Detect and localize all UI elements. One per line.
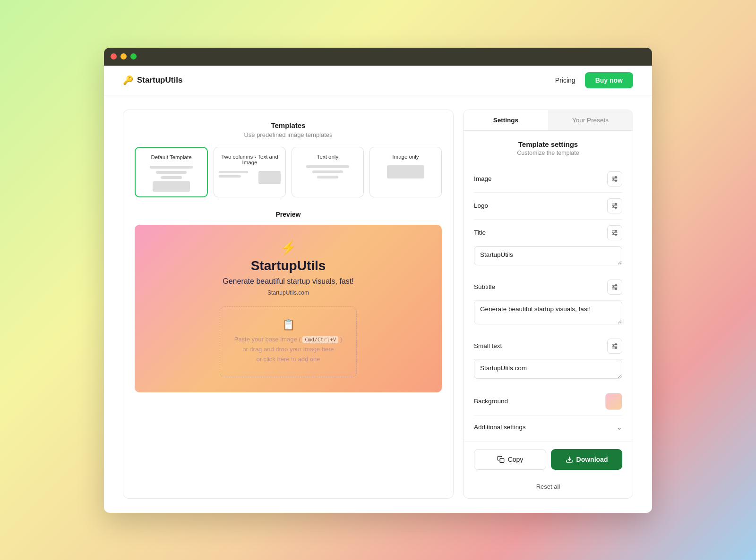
- image-settings-button[interactable]: [607, 171, 622, 187]
- download-label: Download: [576, 456, 608, 463]
- svg-point-5: [615, 180, 617, 181]
- settings-header: Template settings Customize the template: [474, 140, 622, 156]
- thumb-line: [219, 175, 241, 178]
- preview-subtitle-text: Generate beautiful startup visuals, fast…: [223, 277, 353, 286]
- right-panel: Settings Your Presets Template settings …: [463, 110, 633, 499]
- svg-point-3: [615, 176, 617, 178]
- preview-section: Preview ⚡ StartupUtils Generate beautifu…: [135, 211, 442, 392]
- svg-point-15: [615, 230, 617, 231]
- tab-settings[interactable]: Settings: [464, 110, 548, 130]
- action-row: Copy Download: [464, 441, 633, 477]
- svg-point-29: [615, 347, 617, 348]
- preview-app-title: StartupUtils: [251, 258, 326, 273]
- subtitle-settings-button[interactable]: [607, 280, 622, 295]
- subtitle-input-wrap: [474, 301, 622, 326]
- download-button[interactable]: Download: [551, 449, 622, 470]
- buy-now-button[interactable]: Buy now: [585, 72, 633, 88]
- preview-drop-zone[interactable]: 📋 Paste your base image ( Cmd/Ctrl+V ) o…: [220, 306, 357, 377]
- svg-rect-30: [500, 458, 504, 463]
- app-window: 🔑 StartupUtils Pricing Buy now Templates…: [104, 48, 652, 513]
- settings-header-sub: Customize the template: [474, 150, 622, 156]
- small-text-settings-button[interactable]: [607, 339, 622, 354]
- thumb-img-block: [258, 171, 281, 184]
- thumb-line: [306, 165, 350, 168]
- preview-lightning-icon: ⚡: [280, 240, 297, 255]
- svg-point-17: [615, 234, 617, 235]
- app-header: 🔑 StartupUtils Pricing Buy now: [104, 66, 652, 95]
- small-text-setting-row: Small text: [474, 333, 622, 360]
- image-label: Image: [474, 175, 492, 182]
- small-text-input-wrap: [474, 360, 622, 381]
- template-card-default[interactable]: Default Template: [135, 147, 208, 197]
- additional-settings-label: Additional settings: [474, 424, 526, 431]
- thumb-line: [156, 171, 187, 174]
- thumb-two-col: [219, 171, 281, 184]
- settings-header-title: Template settings: [474, 140, 622, 148]
- small-text-input[interactable]: [474, 360, 622, 379]
- svg-point-9: [615, 203, 617, 204]
- template-card-text-only[interactable]: Text only: [292, 147, 364, 197]
- minimize-button[interactable]: [120, 53, 127, 59]
- template-card-label-two-col: Two columns - Text and Image: [219, 154, 281, 165]
- left-panel: Templates Use predefined image templates…: [123, 110, 454, 499]
- copy-icon: [497, 456, 505, 463]
- subtitle-setting-row: Subtitle: [474, 274, 622, 301]
- template-card-label-image-only: Image only: [375, 154, 437, 160]
- logo-icon: 🔑: [123, 75, 133, 85]
- copy-label: Copy: [508, 456, 524, 463]
- template-thumb-default: [140, 166, 202, 192]
- drop-hint: Paste your base image ( Cmd/Ctrl+V ) or …: [234, 335, 343, 364]
- template-thumb-image-only: [375, 165, 437, 178]
- template-card-image-only[interactable]: Image only: [369, 147, 442, 197]
- download-icon: [566, 456, 573, 463]
- preview-title: Preview: [135, 211, 442, 218]
- chevron-down-icon: ⌄: [616, 423, 622, 432]
- background-setting-row: Background: [474, 387, 622, 416]
- title-label: Title: [474, 229, 486, 236]
- svg-point-16: [613, 232, 614, 233]
- pricing-link[interactable]: Pricing: [555, 76, 576, 84]
- close-button[interactable]: [111, 53, 117, 59]
- subtitle-input[interactable]: [474, 301, 622, 324]
- template-card-label-text-only: Text only: [297, 154, 359, 160]
- title-setting-row: Title: [474, 220, 622, 246]
- templates-section: Templates Use predefined image templates…: [135, 121, 442, 197]
- template-thumb-text-only: [297, 165, 359, 178]
- thumb-img-only: [387, 165, 424, 178]
- header-nav: Pricing Buy now: [555, 72, 633, 88]
- svg-point-22: [613, 286, 614, 288]
- app-body: Templates Use predefined image templates…: [104, 95, 652, 513]
- thumb-line: [219, 171, 248, 173]
- svg-point-4: [613, 178, 614, 179]
- thumb-line: [317, 176, 339, 178]
- image-setting-row: Image: [474, 166, 622, 193]
- svg-point-21: [615, 284, 617, 286]
- reset-row: Reset all: [464, 477, 633, 498]
- title-input-wrap: [474, 246, 622, 267]
- template-card-two-col[interactable]: Two columns - Text and Image: [214, 147, 286, 197]
- title-settings-button[interactable]: [607, 225, 622, 240]
- logo-settings-button[interactable]: [607, 198, 622, 213]
- tabs-row: Settings Your Presets: [464, 110, 633, 131]
- background-color-button[interactable]: [605, 393, 622, 410]
- svg-point-23: [615, 288, 617, 289]
- templates-subtitle: Use predefined image templates: [135, 131, 442, 138]
- logo-label: Logo: [474, 202, 488, 209]
- settings-content: Template settings Customize the template…: [464, 131, 633, 441]
- drop-zone-icon: 📋: [282, 319, 295, 331]
- preview-url-text: StartupUtils.com: [267, 289, 309, 296]
- titlebar: [104, 48, 652, 66]
- template-grid: Default Template Two columns - Text and …: [135, 147, 442, 197]
- small-text-label: Small text: [474, 342, 502, 349]
- thumb-block: [153, 181, 190, 192]
- title-input[interactable]: [474, 246, 622, 265]
- reset-all-link[interactable]: Reset all: [536, 483, 560, 490]
- maximize-button[interactable]: [130, 53, 137, 59]
- svg-point-28: [613, 345, 614, 347]
- copy-button[interactable]: Copy: [474, 449, 546, 470]
- thumb-line: [150, 166, 193, 169]
- tab-presets[interactable]: Your Presets: [548, 110, 633, 130]
- additional-settings-row[interactable]: Additional settings ⌄: [474, 416, 622, 432]
- template-card-label-default: Default Template: [140, 154, 202, 160]
- preview-canvas[interactable]: ⚡ StartupUtils Generate beautiful startu…: [135, 225, 442, 392]
